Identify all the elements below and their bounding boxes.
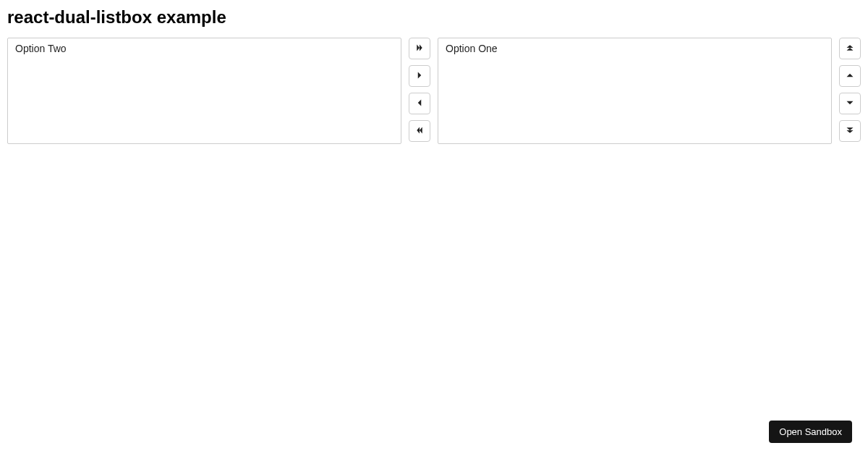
move-all-right-button[interactable] (409, 38, 430, 59)
chevron-double-left-icon (415, 126, 424, 137)
list-item[interactable]: Option One (438, 38, 831, 59)
chevron-double-up-icon (846, 43, 854, 54)
move-down-button[interactable] (839, 93, 861, 114)
selected-listbox[interactable]: Option One (438, 38, 832, 144)
page-title: react-dual-listbox example (7, 7, 861, 28)
move-top-button[interactable] (839, 38, 861, 59)
move-buttons (409, 38, 430, 142)
move-left-button[interactable] (409, 93, 430, 114)
chevron-down-icon (846, 98, 854, 109)
chevron-up-icon (846, 71, 854, 82)
move-up-button[interactable] (839, 65, 861, 87)
reorder-buttons (839, 38, 861, 142)
chevron-double-down-icon (846, 126, 854, 137)
open-sandbox-button[interactable]: Open Sandbox (769, 421, 852, 443)
move-bottom-button[interactable] (839, 120, 861, 142)
chevron-left-icon (415, 98, 424, 109)
chevron-double-right-icon (415, 43, 424, 54)
available-listbox[interactable]: Option Two (7, 38, 401, 144)
dual-listbox: Option Two Option One (7, 38, 861, 144)
move-right-button[interactable] (409, 65, 430, 87)
chevron-right-icon (415, 71, 424, 82)
list-item[interactable]: Option Two (8, 38, 401, 59)
move-all-left-button[interactable] (409, 120, 430, 142)
